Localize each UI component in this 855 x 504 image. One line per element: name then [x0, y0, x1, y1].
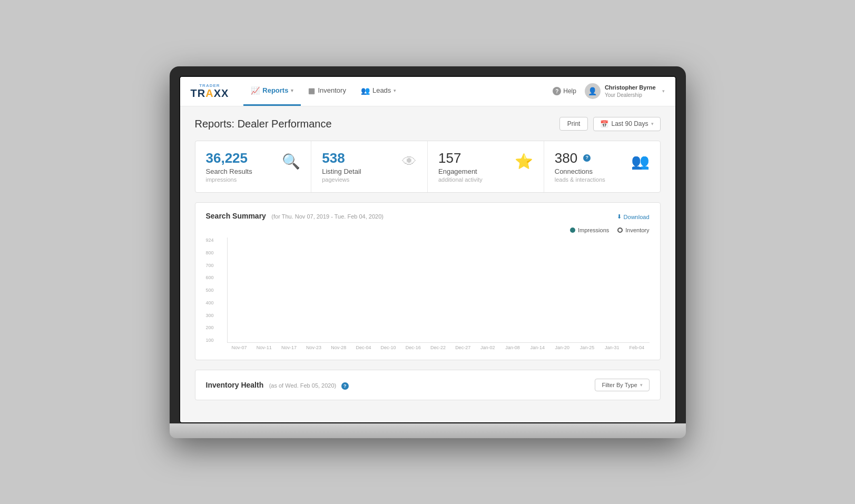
stat-connections-value: 380 ? — [555, 151, 631, 166]
stat-engagement-sublabel: additional activity — [438, 176, 515, 183]
y-label-500: 500 — [206, 288, 214, 293]
date-filter-label: Last 90 Days — [611, 120, 648, 127]
x-label-dec04: Dec-04 — [351, 345, 376, 350]
stat-card-listing-detail: 538 Listing Detail pageviews 👁 — [311, 141, 428, 193]
stat-engagement-label: Engagement — [438, 167, 515, 175]
leads-dropdown-arrow: ▾ — [394, 88, 396, 93]
filter-dropdown-arrow: ▾ — [640, 382, 643, 388]
x-label-nov11: Nov-11 — [252, 345, 277, 350]
x-label-dec10: Dec-10 — [376, 345, 401, 350]
stat-connections-sublabel: leads & interactions — [555, 176, 631, 183]
leads-icon: 👥 — [361, 86, 370, 95]
x-label-feb04: Feb-04 — [624, 345, 649, 350]
user-name: Christopher Byrne — [605, 84, 656, 91]
inventory-header: Inventory Health (as of Wed. Feb 05, 202… — [206, 379, 650, 391]
legend-label-inventory: Inventory — [625, 227, 649, 233]
nav-leads-label: Leads — [372, 86, 391, 94]
logo: TRADER TRAXX — [191, 84, 229, 98]
x-label-jan31: Jan-31 — [600, 345, 624, 350]
x-label-nov23: Nov-23 — [301, 345, 326, 350]
stat-card-engagement: 157 Engagement additional activity ⭐ — [428, 141, 544, 193]
stat-listing-label: Listing Detail — [322, 167, 402, 175]
nav-inventory-label: Inventory — [318, 86, 346, 94]
print-button[interactable]: Print — [559, 117, 588, 131]
reports-icon: 📈 — [251, 86, 260, 95]
nav-item-leads[interactable]: 👥 Leads ▾ — [353, 77, 404, 106]
x-label-dec27: Dec-27 — [450, 345, 475, 350]
reports-dropdown-arrow: ▾ — [291, 88, 293, 93]
navigation: TRADER TRAXX 📈 Reports ▾ ▦ Inventory 👥 L… — [180, 77, 675, 106]
stat-engagement-content: 157 Engagement additional activity — [438, 151, 515, 183]
legend-impressions: Impressions — [570, 227, 609, 233]
laptop-base — [170, 423, 686, 438]
chart-legend: Impressions Inventory — [206, 227, 650, 233]
stat-card-connections: 380 ? Connections leads & interactions 👥 — [544, 141, 660, 193]
nav-reports-label: Reports — [262, 86, 288, 94]
filter-by-type-button[interactable]: Filter By Type ▾ — [595, 379, 649, 391]
chart-header: Search Summary (for Thu. Nov 07, 2019 - … — [206, 211, 650, 221]
user-dealer: Your Dealership — [605, 92, 656, 98]
stats-row: 36,225 Search Results impressions 🔍 538 … — [195, 141, 661, 193]
listing-stat-icon: 👁 — [402, 153, 417, 170]
page-content: Reports: Dealer Performance Print 📅 Last… — [180, 106, 675, 422]
page-actions: Print 📅 Last 90 Days ▾ — [559, 117, 661, 131]
legend-inventory: Inventory — [617, 227, 649, 233]
chart-bars — [227, 238, 650, 343]
stat-connections-content: 380 ? Connections leads & interactions — [555, 151, 631, 183]
legend-label-impressions: Impressions — [578, 227, 609, 233]
inventory-title-area: Inventory Health (as of Wed. Feb 05, 202… — [206, 380, 349, 390]
laptop-screen: TRADER TRAXX 📈 Reports ▾ ▦ Inventory 👥 L… — [179, 76, 676, 423]
download-label: Download — [624, 214, 650, 220]
download-icon: ⬇ — [617, 213, 622, 220]
x-label-jan14: Jan-14 — [525, 345, 550, 350]
nav-right: ? Help 👤 Christopher Byrne Your Dealersh… — [553, 83, 664, 99]
inventory-icon: ▦ — [308, 86, 315, 95]
calendar-icon: 📅 — [600, 120, 608, 128]
download-button[interactable]: ⬇ Download — [617, 213, 650, 220]
stat-search-label: Search Results — [206, 167, 282, 175]
chart-area: 924 800 700 600 500 400 300 200 100 Nov-… — [206, 238, 650, 353]
y-label-800: 800 — [206, 250, 214, 255]
stat-listing-sublabel: pageviews — [322, 176, 402, 183]
user-menu[interactable]: 👤 Christopher Byrne Your Dealership ▾ — [585, 83, 665, 99]
inventory-section: Inventory Health (as of Wed. Feb 05, 202… — [195, 370, 661, 400]
y-label-200: 200 — [206, 325, 214, 330]
stat-engagement-value: 157 — [438, 151, 515, 166]
x-label-jan25: Jan-25 — [575, 345, 600, 350]
chart-title-area: Search Summary (for Thu. Nov 07, 2019 - … — [206, 211, 384, 221]
date-dropdown-arrow: ▾ — [651, 121, 654, 126]
y-label-100: 100 — [206, 338, 214, 343]
x-label-nov28: Nov-28 — [326, 345, 351, 350]
chart-y-labels: 924 800 700 600 500 400 300 200 100 — [206, 238, 214, 343]
nav-item-reports[interactable]: 📈 Reports ▾ — [243, 77, 301, 106]
user-dropdown-arrow: ▾ — [662, 88, 665, 94]
x-label-dec22: Dec-22 — [426, 345, 450, 350]
date-filter-button[interactable]: 📅 Last 90 Days ▾ — [593, 117, 660, 131]
nav-items: 📈 Reports ▾ ▦ Inventory 👥 Leads ▾ — [243, 77, 553, 106]
connections-stat-icon: 👥 — [631, 153, 650, 170]
stat-search-content: 36,225 Search Results impressions — [206, 151, 282, 183]
connections-info-icon[interactable]: ? — [583, 154, 591, 162]
y-label-300: 300 — [206, 313, 214, 318]
x-label-nov07: Nov-07 — [227, 345, 252, 350]
x-label-nov17: Nov-17 — [277, 345, 301, 350]
inventory-title: Inventory Health — [206, 381, 264, 389]
help-button[interactable]: ? Help — [553, 87, 576, 95]
page-title: Reports: Dealer Performance — [195, 118, 332, 130]
logo-traxx-text: TRAXX — [191, 88, 229, 98]
nav-item-inventory[interactable]: ▦ Inventory — [301, 77, 353, 106]
x-label-dec16: Dec-16 — [401, 345, 426, 350]
legend-dot-inventory — [617, 228, 623, 233]
stat-listing-value: 538 — [322, 151, 402, 166]
help-label: Help — [563, 87, 576, 95]
x-label-jan20: Jan-20 — [550, 345, 575, 350]
filter-label: Filter By Type — [602, 382, 637, 388]
stat-connections-label: Connections — [555, 167, 631, 175]
stat-listing-content: 538 Listing Detail pageviews — [322, 151, 402, 183]
x-label-jan02: Jan-02 — [475, 345, 500, 350]
inventory-info-icon[interactable]: ? — [341, 382, 349, 390]
stat-search-value: 36,225 — [206, 151, 282, 166]
y-label-600: 600 — [206, 275, 214, 280]
chart-subtitle: (for Thu. Nov 07, 2019 - Tue. Feb 04, 20… — [271, 213, 384, 220]
laptop-frame: TRADER TRAXX 📈 Reports ▾ ▦ Inventory 👥 L… — [170, 66, 686, 438]
